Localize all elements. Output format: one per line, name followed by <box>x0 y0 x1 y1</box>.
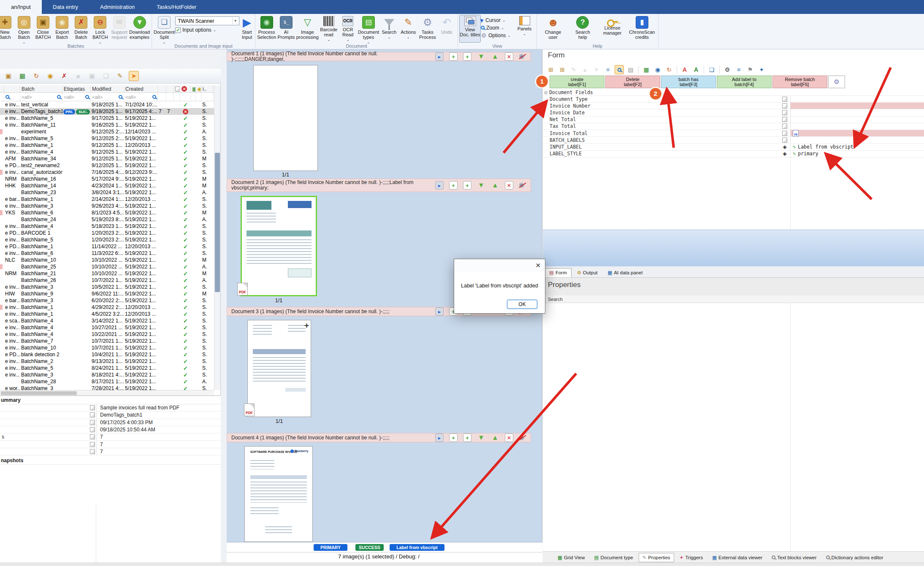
table-row[interactable]: BatchName_288/17/2021 1:...5/19/2022 1..… <box>0 378 214 385</box>
document-thumbnail[interactable] <box>241 196 317 296</box>
toolbar-icon[interactable]: ↻ <box>664 65 674 74</box>
hide-document-icon[interactable] <box>519 435 526 441</box>
column-header[interactable]: Created <box>124 85 158 92</box>
column-header[interactable]: ◉ <box>196 85 201 92</box>
ribbon-button-view[interactable]: View Doc. titles <box>459 15 481 43</box>
script-button-f5[interactable]: Remove batch label[F5] <box>772 76 827 88</box>
process-grid-icon[interactable]: ▦ <box>17 71 27 81</box>
field-value[interactable] <box>790 103 924 109</box>
field-value[interactable] <box>790 123 924 130</box>
insert-page-after-icon[interactable]: + <box>449 181 458 190</box>
panel-tab-ai-data-panel[interactable]: ▦AI data panel <box>603 268 648 277</box>
table-row[interactable]: e inv...BatchName_45/18/2023 1...5/19/20… <box>0 223 214 230</box>
move-down-icon[interactable]: ▼ <box>477 433 485 442</box>
table-row[interactable]: e PD...test2_newname29/12/2025 1...5/19/… <box>0 162 214 169</box>
bottom-tab-grid-view[interactable]: ▦Grid View <box>554 553 589 562</box>
column-header[interactable]: ✕ <box>180 85 191 92</box>
toolbar-icon[interactable]: ▲ <box>580 65 590 74</box>
field-row[interactable]: Invoice TotalVB <box>543 130 924 137</box>
table-row[interactable]: e wor...BatchName_37/28/2021 4:...5/19/2… <box>0 385 214 390</box>
table-row[interactable]: e bar...BatchName_12/14/2024 1:...12/20/… <box>0 196 214 203</box>
field-value[interactable] <box>790 109 924 116</box>
folder-edit-icon[interactable]: ✎ <box>115 71 125 81</box>
table-row[interactable]: e PD...BatchName_111/14/2022 ...12/20/20… <box>0 243 214 250</box>
filter-cell[interactable] <box>4 93 20 101</box>
ribbon-button-export[interactable]: ◉Export Batch <box>52 15 71 43</box>
ribbon-button-panels[interactable]: Panels ⌄ <box>514 15 535 43</box>
tab-tasks-hotfolder[interactable]: Tasks/HotFolder <box>146 0 207 14</box>
ribbon-button-document[interactable]: ❏Document Split⌄ <box>153 15 175 43</box>
tab-administration[interactable]: Administration <box>89 0 146 14</box>
export-cd-icon[interactable]: ◉ <box>45 71 55 81</box>
properties-search-row[interactable]: Search <box>543 295 924 303</box>
filter-cell[interactable] <box>180 93 191 101</box>
ribbon-button-download[interactable]: ▼Download examples <box>129 15 150 43</box>
scrollbar-thumb[interactable] <box>1 391 77 395</box>
table-row[interactable]: NRMBatchName_165/17/2024 9:...5/19/2022 … <box>0 176 214 182</box>
refresh-icon[interactable]: ↻ <box>31 71 41 81</box>
ribbon-button-process[interactable]: ◉Process Selection <box>257 15 276 43</box>
table-row[interactable]: e inv...BatchName_310/5/2022 1...5/19/20… <box>0 284 214 290</box>
table-row[interactable]: e inv...BatchName_410/22/2021 ...5/19/20… <box>0 331 214 338</box>
toolbar-icon[interactable]: ✦ <box>757 65 766 74</box>
table-row[interactable]: AFMBatchName_349/12/2025 1...5/19/2022 1… <box>0 155 214 162</box>
ribbon-button-close[interactable]: ▣Close BATCH <box>33 15 52 43</box>
table-row[interactable]: e inv...BatchName_29/13/2021 1...5/19/20… <box>0 358 214 365</box>
field-checkbox[interactable] <box>779 131 790 136</box>
table-row[interactable]: e inv...test_vertical9/18/2025 1...7/1/2… <box>0 101 214 108</box>
bottom-tab-triggers[interactable]: ✦Triggers <box>676 553 707 562</box>
table-row[interactable]: e inv...BatchName_59/12/2025 2:...5/19/2… <box>0 135 214 142</box>
filter-cell[interactable] <box>196 93 201 101</box>
field-row[interactable]: Invoice Date <box>543 109 924 116</box>
toolbar-icon[interactable]: ⊞ <box>546 65 555 74</box>
document-thumbnail[interactable] <box>247 320 311 417</box>
table-row[interactable]: e inv...canal_autorización7/16/2025 4:..… <box>0 169 214 176</box>
field-checkbox[interactable]: ◈ <box>779 151 790 157</box>
batch-box-icon[interactable]: ▣ <box>3 71 14 81</box>
table-row[interactable]: NLCBatchName_1010/10/2022 ...5/19/2022 1… <box>0 257 214 263</box>
close-icon[interactable]: ✕ <box>535 262 541 269</box>
layers-disabled-icon[interactable]: ❏ <box>101 71 111 81</box>
ribbon-button-tasks[interactable]: ⚙Tasks Process <box>418 15 437 43</box>
script-gear-button[interactable]: ⚙ <box>828 76 845 88</box>
table-row[interactable]: e inv...BatchName_1010/7/2021 1...5/19/2… <box>0 344 214 351</box>
table-row[interactable]: HHKBatchName_144/23/2024 1...5/19/2022 1… <box>0 182 214 189</box>
delete-x-icon[interactable]: ✗ <box>59 71 69 81</box>
toolbar-icon[interactable]: A <box>691 65 701 74</box>
table-row[interactable]: BatchName_2510/10/2022 ...5/19/2022 1...… <box>0 263 214 270</box>
input-options-check[interactable]: ✓Input options⌄ <box>175 27 240 33</box>
filter-cell[interactable] <box>174 93 180 101</box>
table-row[interactable]: e inv...BatchName_611/3/2022 6:...5/19/2… <box>0 250 214 257</box>
ribbon-button-document[interactable]: ▤Document types⌄ <box>358 15 379 43</box>
insert-page-after-icon[interactable]: + <box>449 433 458 442</box>
table-row[interactable]: experiment9/12/2025 2:...12/14/2023 ...✓… <box>0 128 214 135</box>
ribbon-button-chronoscan[interactable]: ▮ChronoScan credits <box>627 15 657 43</box>
send-icon[interactable]: ▸ <box>435 433 444 442</box>
field-value[interactable]: ✎Label from vbscript <box>790 144 924 150</box>
field-row[interactable]: Net Total <box>543 116 924 123</box>
bottom-tab-document-type[interactable]: ▤Document type <box>591 553 637 562</box>
column-header[interactable]: ▦ <box>191 85 196 92</box>
field-checkbox[interactable] <box>779 97 790 102</box>
column-header[interactable] <box>166 85 174 92</box>
bottom-tab-dictionary-actions-editor[interactable]: Dictionary actions editor <box>822 553 887 562</box>
toolbar-icon[interactable]: ◉ <box>653 65 662 74</box>
table-row[interactable]: e inv...BatchName_14/5/2022 3:2...12/20/… <box>0 311 214 317</box>
ribbon-button-lock[interactable]: ⊖Lock BATCH⌄ <box>91 15 110 43</box>
ribbon-button-support[interactable]: ✉Support request <box>110 15 129 43</box>
hide-document-icon[interactable] <box>519 54 526 60</box>
field-checkbox[interactable] <box>779 117 790 122</box>
move-up-icon[interactable]: ▲ <box>491 433 499 442</box>
send-icon[interactable]: ▸ <box>435 307 444 316</box>
toolbar-icon[interactable]: ▼ <box>592 65 601 74</box>
delete-page-icon[interactable]: ✕ <box>505 433 513 442</box>
field-value[interactable] <box>790 137 924 143</box>
ribbon-button-delete[interactable]: ✗Delete Batch <box>72 15 91 43</box>
field-row[interactable]: LABEL_STYLE◈✎primary <box>543 151 924 157</box>
scanner-select[interactable]: TWAIN Scanner▼ <box>175 16 239 25</box>
ribbon-button-start[interactable]: ▶Start Input <box>240 15 254 43</box>
toolbar-icon[interactable]: A <box>680 65 689 74</box>
ribbon-button-undo[interactable]: ↶Undo <box>437 15 456 43</box>
move-up-icon[interactable]: ▲ <box>491 181 499 190</box>
filter-cell[interactable]: <all> <box>91 93 124 101</box>
